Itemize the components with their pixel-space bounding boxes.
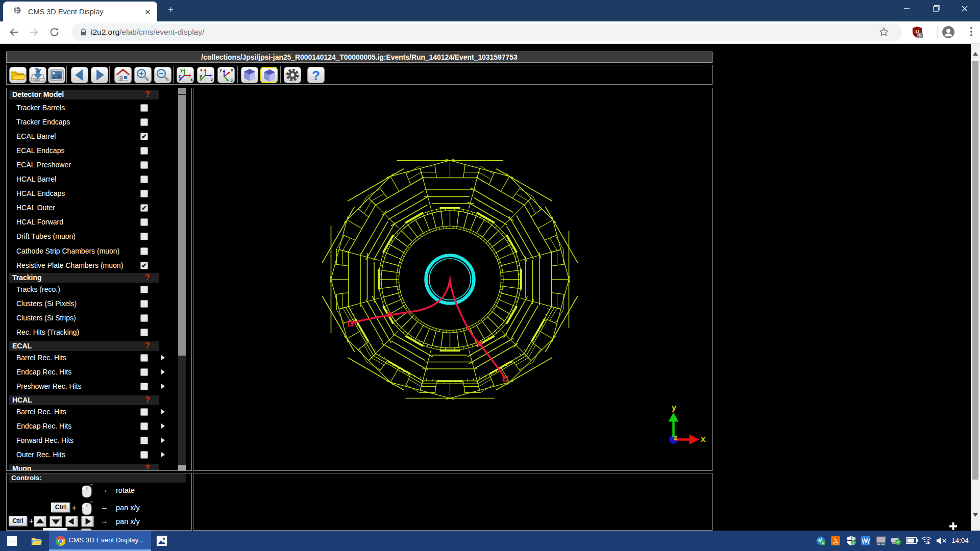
svg-text:z: z bbox=[179, 73, 181, 79]
svg-text:1: 1 bbox=[919, 34, 921, 38]
svg-text:x: x bbox=[701, 434, 706, 444]
svg-text:z: z bbox=[231, 78, 233, 83]
svg-text:y: y bbox=[200, 73, 202, 79]
svg-text:?: ? bbox=[312, 68, 320, 83]
svg-text:y: y bbox=[219, 67, 222, 72]
svg-text:x: x bbox=[231, 67, 233, 72]
svg-text:z: z bbox=[211, 77, 213, 82]
svg-text:y: y bbox=[180, 67, 183, 72]
svg-text:y: y bbox=[672, 403, 677, 412]
svg-text:x: x bbox=[200, 67, 203, 72]
svg-text:x: x bbox=[190, 77, 193, 82]
svg-text:z: z bbox=[673, 433, 678, 442]
